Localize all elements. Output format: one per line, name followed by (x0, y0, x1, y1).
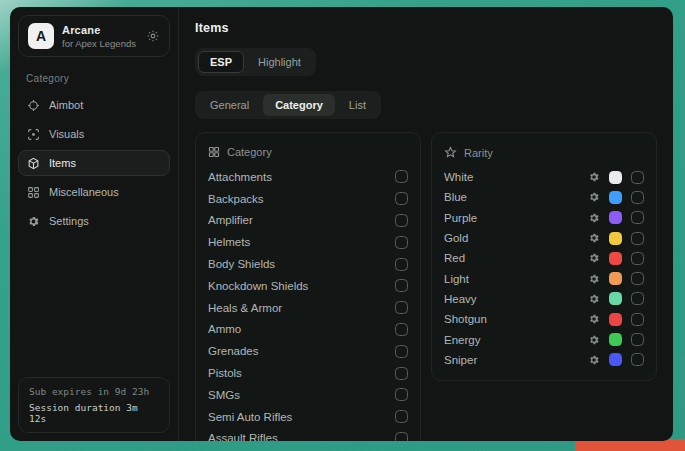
sidebar-item-settings[interactable]: Settings (18, 208, 170, 234)
rarity-row-label: Purple (444, 212, 477, 224)
category-row-label: Ammo (208, 323, 241, 335)
brand-card: A Arcane for Apex Legends (18, 15, 170, 57)
sidebar-item-miscellaneous[interactable]: Miscellaneous (18, 179, 170, 205)
rarity-settings-gear-icon[interactable] (588, 212, 600, 224)
rarity-checkbox[interactable] (631, 272, 644, 285)
rarity-panel: Rarity White (431, 132, 657, 381)
category-checkbox[interactable] (395, 367, 408, 380)
category-grid-icon (208, 146, 220, 158)
category-panel-title: Category (227, 146, 272, 158)
rarity-checkbox[interactable] (631, 191, 644, 204)
sub-expires-text: Sub expires in 9d 23h (29, 386, 159, 397)
sidebar-item-label: Items (49, 157, 76, 169)
rarity-row: Energy (444, 329, 644, 349)
category-row-label: Helmets (208, 236, 250, 248)
category-checkbox[interactable] (395, 410, 408, 423)
rarity-panel-title: Rarity (464, 147, 493, 159)
rarity-settings-gear-icon[interactable] (588, 252, 600, 264)
sidebar-section-label: Category (26, 73, 162, 84)
category-row: Pistols (208, 362, 408, 384)
rarity-checkbox[interactable] (631, 292, 644, 305)
subscription-status-card: Sub expires in 9d 23h Session duration 3… (18, 377, 170, 433)
rarity-settings-gear-icon[interactable] (588, 171, 600, 183)
rarity-row-label: Sniper (444, 354, 477, 366)
category-checkbox[interactable] (395, 192, 408, 205)
rarity-color-swatch[interactable] (609, 292, 622, 305)
category-checkbox[interactable] (395, 323, 408, 336)
rarity-row: White (444, 167, 644, 187)
rarity-checkbox[interactable] (631, 333, 644, 346)
category-row-label: Backpacks (208, 193, 264, 205)
sidebar-item-label: Visuals (49, 128, 84, 140)
rarity-row: Light (444, 268, 644, 288)
rarity-row: Sniper (444, 350, 644, 370)
brand-gear-icon[interactable] (146, 29, 160, 43)
category-row-label: Semi Auto Rifles (208, 411, 292, 423)
rarity-color-swatch[interactable] (609, 333, 622, 346)
star-icon (444, 146, 457, 159)
session-duration-text: Session duration 3m 12s (29, 402, 159, 424)
rarity-settings-gear-icon[interactable] (588, 191, 600, 203)
rarity-row-label: Light (444, 273, 469, 285)
rarity-checkbox[interactable] (631, 211, 644, 224)
category-row-label: Attachments (208, 171, 272, 183)
category-checkbox[interactable] (395, 258, 408, 271)
rarity-row-label: Shotgun (444, 313, 487, 325)
tab-general[interactable]: General (198, 94, 261, 116)
category-checkbox[interactable] (395, 345, 408, 358)
rarity-row-label: Heavy (444, 293, 477, 305)
rarity-settings-gear-icon[interactable] (588, 334, 600, 346)
mode-option-highlight[interactable]: Highlight (246, 51, 313, 73)
category-checkbox[interactable] (395, 214, 408, 227)
box-icon (27, 157, 40, 170)
category-row-label: Assault Rifles (208, 432, 278, 441)
category-row: Attachments (208, 166, 408, 188)
rarity-color-swatch[interactable] (609, 313, 622, 326)
category-row: Backpacks (208, 188, 408, 210)
grid-icon (27, 186, 40, 199)
rarity-color-swatch[interactable] (609, 211, 622, 224)
app-subtitle: for Apex Legends (62, 38, 138, 49)
mode-option-esp[interactable]: ESP (198, 51, 244, 73)
sidebar-item-aimbot[interactable]: Aimbot (18, 92, 170, 118)
rarity-checkbox[interactable] (631, 232, 644, 245)
sidebar-item-items[interactable]: Items (18, 150, 170, 176)
category-row: Assault Rifles (208, 428, 408, 441)
category-checkbox[interactable] (395, 170, 408, 183)
rarity-color-swatch[interactable] (609, 252, 622, 265)
rarity-color-swatch[interactable] (609, 171, 622, 184)
category-row: Ammo (208, 319, 408, 341)
rarity-checkbox[interactable] (631, 313, 644, 326)
rarity-settings-gear-icon[interactable] (588, 293, 600, 305)
rarity-row: Shotgun (444, 309, 644, 329)
rarity-color-swatch[interactable] (609, 353, 622, 366)
category-row-label: Body Shields (208, 258, 275, 270)
category-checkbox[interactable] (395, 432, 408, 441)
sidebar-item-visuals[interactable]: Visuals (18, 121, 170, 147)
rarity-color-swatch[interactable] (609, 191, 622, 204)
rarity-settings-gear-icon[interactable] (588, 273, 600, 285)
category-row: Amplifier (208, 210, 408, 232)
rarity-color-swatch[interactable] (609, 272, 622, 285)
category-panel: Category Attachments Backpacks (195, 132, 421, 441)
rarity-checkbox[interactable] (631, 353, 644, 366)
category-checkbox[interactable] (395, 279, 408, 292)
rarity-checkbox[interactable] (631, 171, 644, 184)
rarity-row: Red (444, 248, 644, 268)
sidebar: A Arcane for Apex Legends Category (10, 7, 178, 441)
rarity-settings-gear-icon[interactable] (588, 354, 600, 366)
rarity-color-swatch[interactable] (609, 232, 622, 245)
tab-category[interactable]: Category (263, 94, 335, 116)
category-checkbox[interactable] (395, 388, 408, 401)
rarity-list: White (444, 167, 644, 370)
category-checkbox[interactable] (395, 236, 408, 249)
category-checkbox[interactable] (395, 301, 408, 314)
rarity-settings-gear-icon[interactable] (588, 313, 600, 325)
category-row: Grenades (208, 340, 408, 362)
rarity-row: Blue (444, 187, 644, 207)
tab-list[interactable]: List (337, 94, 378, 116)
category-row-label: Amplifier (208, 214, 253, 226)
rarity-checkbox[interactable] (631, 252, 644, 265)
rarity-settings-gear-icon[interactable] (588, 232, 600, 244)
category-row-label: SMGs (208, 389, 240, 401)
